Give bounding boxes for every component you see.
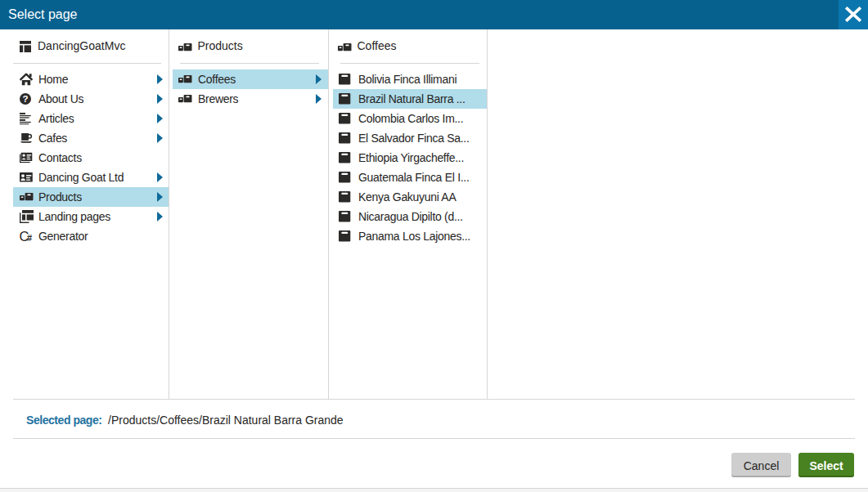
svg-text:#: # — [27, 233, 32, 243]
svg-text:?: ? — [23, 94, 29, 104]
